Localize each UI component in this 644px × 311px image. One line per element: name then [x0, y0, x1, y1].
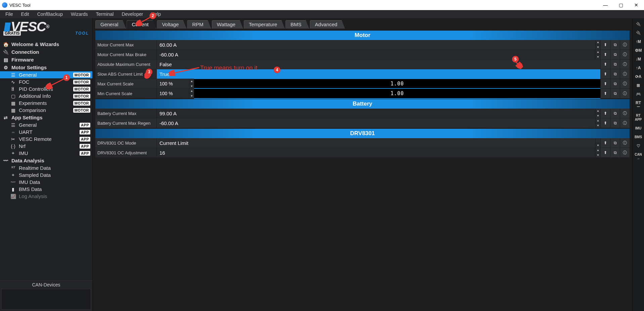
nav-app-uart[interactable]: ⎓UARTAPP [0, 128, 92, 135]
tab-bms[interactable]: BMS [285, 20, 309, 29]
nav-da-log[interactable]: 📈Log Analysis [0, 193, 92, 200]
param-value[interactable]: 16 [157, 148, 595, 157]
rt-read-motor-icon[interactable]: ↓M [634, 57, 642, 61]
help-icon[interactable]: ⓘ [620, 118, 630, 128]
spin-buttons[interactable]: ▲▼ [595, 40, 600, 49]
upload-icon[interactable]: ⬆ [600, 109, 610, 118]
read-icon[interactable]: ⧉ [610, 79, 620, 88]
nav-welcome[interactable]: 🏠Welcome & Wizards [0, 40, 92, 48]
scale-pct[interactable]: 100 % [157, 89, 189, 98]
tab-advanced[interactable]: Advanced [310, 20, 345, 29]
help-icon[interactable]: ⓘ [620, 148, 630, 157]
spin-buttons[interactable]: ▲▼ [595, 50, 600, 59]
rt-bms-icon[interactable]: BMS [634, 135, 642, 139]
upload-icon[interactable]: ⬆ [600, 50, 610, 59]
rt-gamepad-icon[interactable]: 🎮 [634, 92, 642, 96]
rt-heart-icon[interactable]: ♡ [634, 144, 642, 148]
spin-buttons[interactable]: ▲▼ [595, 118, 600, 128]
rt-write-motor-icon[interactable]: ↑M [634, 40, 642, 44]
upload-icon[interactable]: ⬆ [600, 60, 610, 69]
scale-slider[interactable]: 1.00 [194, 78, 600, 89]
tab-general[interactable]: General [95, 20, 126, 29]
upload-icon[interactable]: ⬆ [600, 79, 610, 88]
param-value[interactable]: -60.00 A [157, 118, 595, 128]
help-icon[interactable]: ⓘ [620, 69, 630, 79]
rt-imu-icon[interactable]: IMU [634, 126, 642, 130]
read-icon[interactable]: ⧉ [610, 60, 620, 69]
rt-rtapp-icon[interactable]: RTAPP [634, 114, 642, 122]
close-button[interactable]: ✕ [629, 0, 644, 10]
menu-confbackup[interactable]: ConfBackup [34, 11, 66, 17]
tab-current[interactable]: Current [127, 20, 156, 29]
read-icon[interactable]: ⧉ [610, 89, 620, 98]
read-icon[interactable]: ⧉ [610, 109, 620, 118]
read-icon[interactable]: ⧉ [610, 50, 620, 59]
rt-default-motor-icon[interactable]: ⚙M [634, 48, 642, 52]
nav-motor-comparison[interactable]: ▦ComparisonMOTOR [0, 107, 92, 114]
rt-rt-icon[interactable]: RT〰 [634, 101, 642, 109]
help-icon[interactable]: ⓘ [620, 89, 630, 98]
nav-motor-settings[interactable]: ⚙Motor Settings [0, 64, 92, 71]
nav-data-analysis[interactable]: 〰Data Analysis [0, 157, 92, 164]
nav-da-imu[interactable]: 〰IMU Data [0, 179, 92, 186]
nav-connection[interactable]: 🔌Connection [0, 48, 92, 56]
nav-da-bms[interactable]: ▮BMS Data [0, 186, 92, 193]
spin-buttons[interactable]: ▲▼ [189, 89, 194, 98]
param-value[interactable]: -60.00 A [157, 50, 595, 59]
help-icon[interactable]: ⓘ [620, 60, 630, 69]
upload-icon[interactable]: ⬆ [600, 118, 610, 128]
nav-app-imu[interactable]: ⌖IMUAPP [0, 150, 92, 157]
nav-da-realtime[interactable]: ᴿᵀRealtime Data [0, 164, 92, 171]
read-icon[interactable]: ⧉ [610, 69, 620, 79]
help-icon[interactable]: ⓘ [620, 109, 630, 118]
spin-buttons[interactable]: ▲▼ [595, 148, 600, 157]
upload-icon[interactable]: ⬆ [600, 138, 610, 148]
rt-write-app-icon[interactable]: ↑A [634, 66, 642, 70]
tab-temperature[interactable]: Temperature [244, 20, 285, 29]
nav-motor-general[interactable]: ☰GeneralMOTOR [0, 71, 92, 78]
tab-wattage[interactable]: Wattage [212, 20, 243, 29]
nav-app-remote[interactable]: ✂VESC RemoteAPP [0, 135, 92, 143]
nav-firmware[interactable]: ▤Firmware [0, 56, 92, 64]
rt-connect-icon[interactable]: 🔌 [634, 22, 642, 26]
rt-reload-app-icon[interactable]: ⟳A [634, 75, 642, 79]
maximize-button[interactable]: ▢ [613, 0, 629, 10]
param-value[interactable]: 99.00 A [157, 109, 595, 118]
upload-icon[interactable]: ⬆ [600, 89, 610, 98]
nav-motor-pid[interactable]: 🎚PID ControllersMOTOR [0, 85, 92, 92]
can-devices-list[interactable] [1, 289, 91, 310]
upload-icon[interactable]: ⬆ [600, 69, 610, 79]
read-icon[interactable]: ⧉ [610, 148, 620, 157]
scale-slider[interactable]: 1.00 [194, 88, 600, 99]
nav-app-nrf[interactable]: (·)NrfAPP [0, 143, 92, 150]
rt-controller-icon[interactable]: ⊞ [634, 83, 642, 87]
scale-pct[interactable]: 100 % [157, 79, 189, 88]
menu-terminal[interactable]: Terminal [93, 11, 117, 17]
spin-buttons[interactable]: ▲▼ [595, 109, 600, 118]
menu-edit[interactable]: Edit [18, 11, 33, 17]
nav-da-sampled[interactable]: ⌖Sampled Data [0, 171, 92, 179]
tab-rpm[interactable]: RPM [187, 20, 211, 29]
minimize-button[interactable]: — [598, 0, 613, 10]
spin-buttons[interactable]: ▲▼ [189, 79, 194, 88]
help-icon[interactable]: ⓘ [620, 79, 630, 88]
dropdown-caret[interactable]: ▼ [595, 138, 600, 148]
help-icon[interactable]: ⓘ [620, 138, 630, 148]
param-value[interactable]: 60.00 A [157, 40, 595, 49]
menu-developer[interactable]: Developer [118, 11, 146, 17]
rt-connect2-icon[interactable]: 🔌 [634, 31, 642, 35]
nav-motor-experiments[interactable]: ▦ExperimentsMOTOR [0, 100, 92, 107]
read-icon[interactable]: ⧉ [610, 118, 620, 128]
upload-icon[interactable]: ⬆ [600, 40, 610, 49]
menu-wizards[interactable]: Wizards [67, 11, 91, 17]
read-icon[interactable]: ⧉ [610, 40, 620, 49]
nav-tree[interactable]: 🏠Welcome & Wizards 🔌Connection ▤Firmware… [0, 40, 92, 280]
help-icon[interactable]: ⓘ [620, 40, 630, 49]
menu-file[interactable]: File [2, 11, 16, 17]
read-icon[interactable]: ⧉ [610, 138, 620, 148]
upload-icon[interactable]: ⬆ [600, 148, 610, 157]
nav-app-settings[interactable]: ⇄App Settings [0, 114, 92, 121]
tab-voltage[interactable]: Voltage [157, 20, 186, 29]
help-icon[interactable]: ⓘ [620, 50, 630, 59]
nav-motor-addinfo[interactable]: ▢Additional InfoMOTOR [0, 92, 92, 100]
